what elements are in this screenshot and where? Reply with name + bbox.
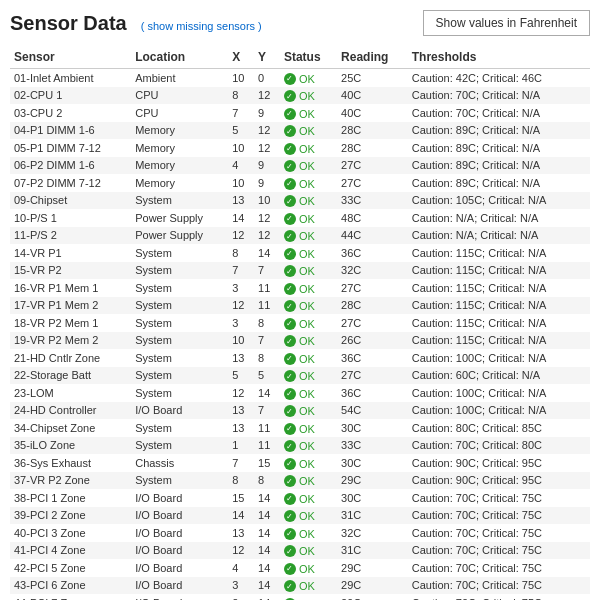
ok-icon: ✓: [284, 125, 296, 137]
table-cell: 7: [254, 332, 280, 350]
table-cell: Caution: 70C; Critical: N/A: [408, 104, 590, 122]
ok-icon: ✓: [284, 475, 296, 487]
table-cell: 29C: [337, 577, 408, 595]
table-cell: Caution: 115C; Critical: N/A: [408, 332, 590, 350]
table-cell: 36C: [337, 244, 408, 262]
table-cell: CPU: [131, 87, 228, 105]
status-ok: ✓ OK: [284, 405, 315, 417]
page-header: Sensor Data ( show missing sensors ) Sho…: [10, 10, 590, 36]
table-cell: 8: [254, 472, 280, 490]
ok-icon: ✓: [284, 493, 296, 505]
table-cell: Power Supply: [131, 209, 228, 227]
table-cell: 34-Chipset Zone: [10, 419, 131, 437]
table-cell: 28C: [337, 297, 408, 315]
table-cell: 27C: [337, 279, 408, 297]
status-ok: ✓ OK: [284, 580, 315, 592]
table-cell: 11: [254, 419, 280, 437]
table-cell: Caution: 90C; Critical: 95C: [408, 472, 590, 490]
show-missing-link[interactable]: ( show missing sensors ): [141, 20, 262, 32]
sensor-table: Sensor Location X Y Status Reading Thres…: [10, 46, 590, 600]
table-cell: System: [131, 419, 228, 437]
table-cell: 32C: [337, 524, 408, 542]
table-cell: 36-Sys Exhaust: [10, 454, 131, 472]
status-ok: ✓ OK: [284, 475, 315, 487]
table-cell: 25C: [337, 69, 408, 87]
table-cell: 14: [254, 524, 280, 542]
fahrenheit-button[interactable]: Show values in Fahrenheit: [423, 10, 590, 36]
table-cell: Caution: 115C; Critical: N/A: [408, 262, 590, 280]
status-ok: ✓ OK: [284, 563, 315, 575]
status-ok: ✓ OK: [284, 195, 315, 207]
table-row: 42-PCI 5 ZoneI/O Board414✓ OK29CCaution:…: [10, 559, 590, 577]
ok-icon: ✓: [284, 423, 296, 435]
status-cell: ✓ OK: [280, 227, 337, 245]
table-cell: 12: [254, 209, 280, 227]
table-cell: 39-PCI 2 Zone: [10, 507, 131, 525]
table-cell: 48C: [337, 209, 408, 227]
status-ok: ✓ OK: [284, 265, 315, 277]
ok-icon: ✓: [284, 335, 296, 347]
table-cell: I/O Board: [131, 594, 228, 600]
table-cell: 28C: [337, 122, 408, 140]
status-ok: ✓ OK: [284, 510, 315, 522]
table-cell: 06-P2 DIMM 1-6: [10, 157, 131, 175]
ok-icon: ✓: [284, 563, 296, 575]
table-cell: Chassis: [131, 454, 228, 472]
table-cell: I/O Board: [131, 507, 228, 525]
table-cell: 21-HD Cntlr Zone: [10, 349, 131, 367]
table-cell: 11: [254, 279, 280, 297]
page-title: Sensor Data: [10, 12, 127, 35]
col-thresholds: Thresholds: [408, 46, 590, 69]
table-cell: Ambient: [131, 69, 228, 87]
table-cell: 09-Chipset: [10, 192, 131, 210]
table-cell: 07-P2 DIMM 7-12: [10, 174, 131, 192]
table-cell: 31C: [337, 542, 408, 560]
table-cell: 40-PCI 3 Zone: [10, 524, 131, 542]
table-cell: Caution: 70C; Critical: 80C: [408, 437, 590, 455]
table-cell: Caution: 60C; Critical: N/A: [408, 367, 590, 385]
table-cell: 05-P1 DIMM 7-12: [10, 139, 131, 157]
table-cell: 04-P1 DIMM 1-6: [10, 122, 131, 140]
status-cell: ✓ OK: [280, 402, 337, 420]
status-ok: ✓ OK: [284, 370, 315, 382]
table-row: 21-HD Cntlr ZoneSystem138✓ OK36CCaution:…: [10, 349, 590, 367]
ok-icon: ✓: [284, 510, 296, 522]
table-cell: 7: [228, 262, 254, 280]
table-cell: 11-P/S 2: [10, 227, 131, 245]
status-ok: ✓ OK: [284, 125, 315, 137]
table-cell: 7: [254, 262, 280, 280]
col-sensor: Sensor: [10, 46, 131, 69]
table-cell: 14: [254, 489, 280, 507]
ok-icon: ✓: [284, 545, 296, 557]
table-row: 09-ChipsetSystem1310✓ OK33CCaution: 105C…: [10, 192, 590, 210]
table-cell: CPU: [131, 104, 228, 122]
table-cell: 10: [228, 139, 254, 157]
table-row: 01-Inlet AmbientAmbient100✓ OK25CCaution…: [10, 69, 590, 87]
table-cell: Caution: 70C; Critical: 75C: [408, 577, 590, 595]
table-cell: 35-iLO Zone: [10, 437, 131, 455]
table-cell: 13: [228, 349, 254, 367]
table-cell: 14: [228, 507, 254, 525]
table-cell: Caution: 89C; Critical: N/A: [408, 157, 590, 175]
col-y: Y: [254, 46, 280, 69]
table-cell: 5: [228, 122, 254, 140]
table-cell: 7: [228, 104, 254, 122]
table-cell: System: [131, 437, 228, 455]
status-cell: ✓ OK: [280, 594, 337, 600]
table-cell: Caution: 105C; Critical: N/A: [408, 192, 590, 210]
table-cell: 42-PCI 5 Zone: [10, 559, 131, 577]
table-cell: 14: [228, 209, 254, 227]
table-cell: 30C: [337, 454, 408, 472]
status-cell: ✓ OK: [280, 577, 337, 595]
status-cell: ✓ OK: [280, 332, 337, 350]
status-cell: ✓ OK: [280, 314, 337, 332]
table-cell: 29C: [337, 594, 408, 600]
table-cell: 12: [228, 542, 254, 560]
table-cell: 17-VR P1 Mem 2: [10, 297, 131, 315]
status-cell: ✓ OK: [280, 472, 337, 490]
table-row: 43-PCI 6 ZoneI/O Board314✓ OK29CCaution:…: [10, 577, 590, 595]
status-ok: ✓ OK: [284, 545, 315, 557]
status-ok: ✓ OK: [284, 108, 315, 120]
table-cell: 36C: [337, 384, 408, 402]
table-cell: 24-HD Controller: [10, 402, 131, 420]
